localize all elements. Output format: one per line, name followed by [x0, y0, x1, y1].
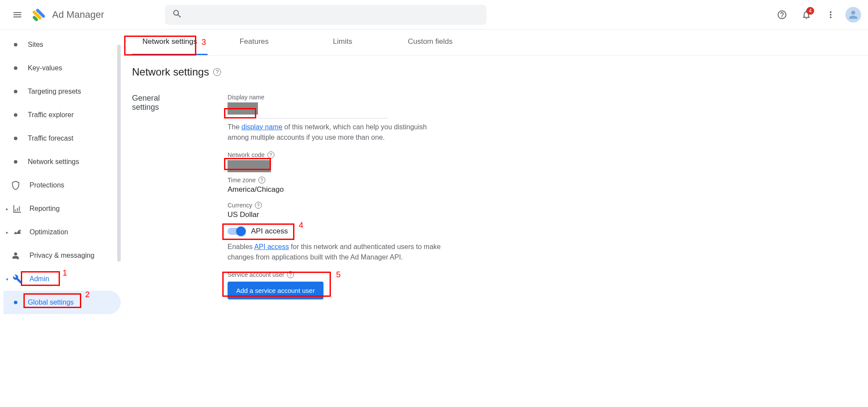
sidebar-item-label: Targeting presets [28, 88, 81, 95]
privacy-icon [10, 250, 21, 261]
time-zone-label: Time zone ? [228, 177, 471, 184]
api-access-help: Enables API access for this network and … [228, 242, 445, 263]
tab-custom-fields[interactable]: Custom fields [397, 30, 463, 55]
wrench-icon [12, 274, 23, 284]
help-icon[interactable]: ? [213, 68, 221, 76]
sidebar-item-traffic-explorer[interactable]: Traffic explorer [3, 103, 121, 127]
sidebar-item-targeting-presets[interactable]: Targeting presets [3, 80, 121, 103]
network-code-value-redacted [228, 160, 271, 172]
add-service-account-button[interactable]: Add a service account user [228, 282, 323, 299]
main-content: Network settings Features Limits Custom … [121, 30, 868, 407]
help-icon[interactable]: ? [287, 271, 294, 278]
sidebar-item-optimization[interactable]: ▸ Optimization [3, 220, 121, 244]
sidebar-item-network-settings[interactable]: Network settings [3, 150, 121, 174]
sidebar-item-reporting[interactable]: ▸ Reporting [3, 197, 121, 220]
sidebar-item-protections[interactable]: Protections [3, 174, 121, 197]
sidebar-item-label: Admin [30, 275, 49, 283]
api-access-link[interactable]: API access [254, 243, 289, 250]
user-avatar[interactable] [845, 7, 861, 23]
chart-icon [12, 204, 23, 214]
ad-manager-logo-icon [31, 7, 47, 23]
sidebar-item-global-settings[interactable]: Global settings [3, 291, 121, 314]
sidebar-item-key-values[interactable]: Key-values [3, 56, 121, 80]
tab-network-settings[interactable]: Network settings [132, 30, 208, 55]
bullet-icon [14, 90, 17, 93]
currency-value: US Dollar [228, 210, 471, 219]
sidebar: Sites Key-values Targeting presets Traff… [0, 30, 121, 407]
bullet-icon [14, 301, 17, 304]
sidebar-item-label: Optimization [30, 228, 68, 236]
caret-right-icon: ▸ [6, 230, 10, 235]
logo-section: Ad Manager [31, 7, 104, 23]
help-button[interactable] [772, 5, 792, 24]
api-access-toggle[interactable] [228, 228, 245, 235]
hamburger-menu[interactable] [7, 4, 28, 25]
sidebar-item-label: Reporting [30, 205, 59, 213]
network-code-label: Network code ? [228, 151, 471, 158]
page-title: Network settings [132, 66, 209, 78]
search-bar[interactable] [165, 5, 486, 25]
caret-right-icon: ▸ [6, 207, 10, 211]
more-button[interactable] [821, 5, 840, 24]
sidebar-item-admin[interactable]: ▾ Admin [3, 267, 121, 291]
service-account-label: Service account user ? [228, 271, 471, 278]
section-label: General settings [132, 94, 188, 299]
sidebar-item-label: Global settings [28, 299, 74, 306]
sidebar-item-label: Traffic explorer [28, 111, 74, 119]
caret-down-icon: ▾ [6, 277, 10, 282]
bullet-icon [14, 66, 17, 70]
display-name-link[interactable]: display name [241, 123, 282, 131]
sidebar-item-label: Protections [30, 181, 64, 189]
search-icon [172, 9, 182, 21]
sidebar-item-label: Traffic forecast [28, 135, 73, 142]
bullet-icon [14, 113, 17, 117]
app-title: Ad Manager [52, 9, 104, 20]
scrollbar-thumb[interactable] [117, 45, 121, 262]
tabs: Network settings Features Limits Custom … [121, 30, 868, 56]
api-access-label: API access [251, 227, 288, 236]
sidebar-item-label: Privacy & messaging [30, 252, 94, 259]
notification-badge: 4 [806, 7, 814, 15]
tab-features[interactable]: Features [229, 30, 279, 55]
sparkle-icon [12, 227, 23, 237]
sidebar-item-privacy-messaging[interactable]: Privacy & messaging [3, 244, 121, 267]
sidebar-item-traffic-forecast[interactable]: Traffic forecast [3, 127, 121, 150]
notifications-button[interactable]: 4 [797, 5, 816, 24]
bullet-icon [14, 43, 17, 46]
sidebar-item-label: Key-values [28, 64, 62, 72]
bullet-icon [14, 160, 17, 164]
help-icon[interactable]: ? [255, 202, 262, 209]
display-name-help: The display name of this network, which … [228, 122, 445, 143]
display-name-value-redacted [228, 102, 258, 115]
shield-icon [10, 180, 21, 190]
help-icon[interactable]: ? [267, 151, 274, 158]
display-name-label: Display name [228, 94, 471, 101]
sidebar-item-sites[interactable]: Sites [3, 33, 121, 56]
bullet-icon [14, 137, 17, 140]
help-icon[interactable]: ? [258, 177, 265, 184]
sidebar-item-label: Network settings [28, 158, 79, 166]
toggle-knob [236, 226, 246, 236]
currency-label: Currency ? [228, 202, 471, 209]
tab-limits[interactable]: Limits [323, 30, 363, 55]
time-zone-value: America/Chicago [228, 185, 471, 194]
sidebar-item-label: Sites [28, 41, 43, 49]
